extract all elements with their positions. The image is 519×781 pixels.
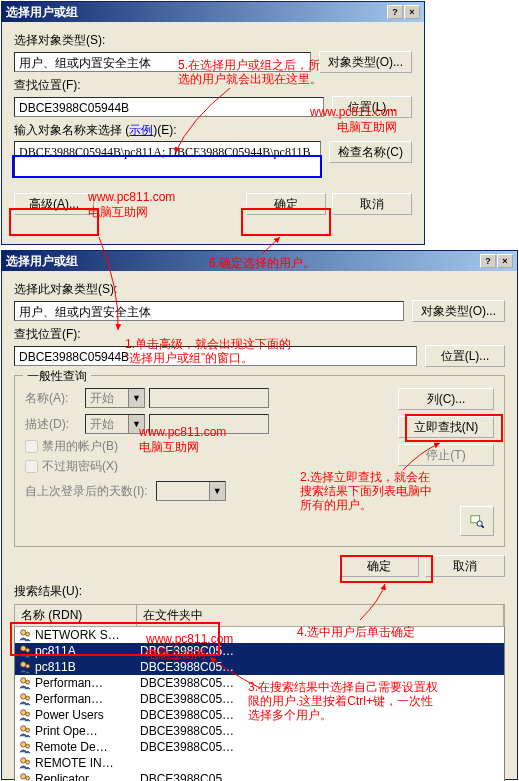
last-logon-label: 自上次登录后的天数(I): (25, 483, 148, 500)
cell-name: Performan… (35, 676, 140, 690)
cell-folder: DBCE3988C05… (140, 724, 234, 738)
svg-point-11 (21, 694, 26, 699)
cell-name: Power Users (35, 708, 140, 722)
location-field-2: DBCE3988C05944B (14, 346, 417, 366)
svg-point-22 (26, 776, 30, 780)
svg-point-20 (26, 760, 30, 764)
object-types-button-2[interactable]: 对象类型(O)... (412, 300, 505, 322)
cell-name: Print Ope… (35, 724, 140, 738)
results-table: 名称 (RDN) 在文件夹中 NETWORK S…pc811ADBCE3988C… (14, 604, 505, 781)
svg-point-15 (21, 726, 26, 731)
table-row[interactable]: ReplicatorDBCE3988C05… (15, 771, 504, 781)
cell-name: Remote De… (35, 740, 140, 754)
svg-point-9 (21, 678, 26, 683)
checkbox-icon (25, 440, 38, 453)
cell-folder: DBCE3988C05… (140, 692, 234, 706)
help-button[interactable]: ? (387, 5, 403, 19)
chevron-down-icon: ▼ (128, 389, 144, 407)
table-row[interactable]: pc811BDBCE3988C05… (15, 659, 504, 675)
desc-input (149, 414, 269, 434)
desc-combo: 开始▼ (85, 414, 145, 434)
help-button-2[interactable]: ? (480, 254, 496, 268)
object-picker-button[interactable] (460, 506, 494, 536)
svg-line-2 (481, 525, 484, 528)
cancel-button-2[interactable]: 取消 (425, 555, 505, 577)
object-picker-icon (470, 514, 484, 528)
table-row[interactable]: Performan…DBCE3988C05… (15, 675, 504, 691)
checkbox-icon (25, 460, 38, 473)
last-logon-combo: ▼ (156, 481, 226, 501)
svg-point-5 (21, 646, 26, 651)
desc-label: 描述(D): (25, 416, 85, 433)
titlebar-1: 选择用户或组 ? × (2, 2, 424, 22)
results-list[interactable]: NETWORK S…pc811ADBCE3988C05…pc811BDBCE39… (14, 627, 505, 781)
principal-icon (17, 628, 33, 642)
location-field: DBCE3988C05944B (14, 97, 324, 117)
name-combo: 开始▼ (85, 388, 145, 408)
dialog-select-users-1: 选择用户或组 ? × 选择对象类型(S): 用户、组或内置安全主体 对象类型(O… (1, 1, 425, 245)
common-queries-group: 一般性查询 名称(A): 开始▼ 描述(D): 开始▼ (14, 375, 505, 547)
find-now-button[interactable]: 立即查找(N) (398, 416, 494, 438)
svg-point-3 (21, 630, 26, 635)
svg-point-17 (21, 742, 26, 747)
table-row[interactable]: NETWORK S… (15, 627, 504, 643)
principal-icon (17, 772, 33, 781)
name-label: 名称(A): (25, 390, 85, 407)
svg-point-16 (26, 728, 30, 732)
svg-point-19 (21, 758, 26, 763)
cell-name: Replicator (35, 772, 140, 781)
object-names-label: 输入对象名称来选择 (示例)(E): (14, 122, 412, 139)
close-button-2[interactable]: × (497, 254, 513, 268)
col-folder[interactable]: 在文件夹中 (137, 605, 504, 626)
object-types-button[interactable]: 对象类型(O)... (319, 51, 412, 73)
cell-folder: DBCE3988C05… (140, 740, 234, 754)
chevron-down-icon: ▼ (209, 482, 225, 500)
col-name[interactable]: 名称 (RDN) (15, 605, 137, 626)
svg-point-13 (21, 710, 26, 715)
principal-icon (17, 756, 33, 770)
location-button-2[interactable]: 位置(L)... (425, 345, 505, 367)
object-type-label-2: 选择此对象类型(S): (14, 281, 505, 298)
cell-folder: DBCE3988C05… (140, 660, 234, 674)
table-row[interactable]: REMOTE IN… (15, 755, 504, 771)
cell-folder: DBCE3988C05… (140, 772, 234, 781)
table-row[interactable]: Power UsersDBCE3988C05… (15, 707, 504, 723)
cell-name: pc811A (35, 644, 140, 658)
ok-button-2[interactable]: 确定 (339, 555, 419, 577)
disabled-accounts-checkbox: 禁用的帐户(B) (25, 438, 398, 455)
svg-point-12 (26, 696, 30, 700)
name-input (149, 388, 269, 408)
cell-name: pc811B (35, 660, 140, 674)
object-type-field-2: 用户、组或内置安全主体 (14, 301, 404, 321)
location-button[interactable]: 位置(L)... (332, 96, 412, 118)
svg-point-18 (26, 744, 30, 748)
table-row[interactable]: Remote De…DBCE3988C05… (15, 739, 504, 755)
principal-icon (17, 660, 33, 674)
close-button[interactable]: × (404, 5, 420, 19)
example-link[interactable]: 示例 (129, 123, 153, 137)
ok-button-1[interactable]: 确定 (246, 193, 326, 215)
principal-icon (17, 724, 33, 738)
svg-point-4 (26, 632, 30, 636)
common-queries-legend: 一般性查询 (23, 368, 91, 385)
svg-point-8 (26, 664, 30, 668)
table-row[interactable]: pc811ADBCE3988C05… (15, 643, 504, 659)
cancel-button-1[interactable]: 取消 (332, 193, 412, 215)
stop-button: 停止(T) (398, 444, 494, 466)
object-type-field: 用户、组或内置安全主体 (14, 52, 311, 72)
check-names-button[interactable]: 检查名称(C) (329, 141, 412, 163)
window-title-2: 选择用户或组 (6, 253, 78, 270)
window-title: 选择用户或组 (6, 4, 78, 21)
cell-name: REMOTE IN… (35, 756, 140, 770)
cell-folder: DBCE3988C05… (140, 676, 234, 690)
dialog-select-users-2: 选择用户或组 ? × 选择此对象类型(S): 用户、组或内置安全主体 对象类型(… (1, 250, 518, 780)
advanced-button[interactable]: 高级(A)... (14, 193, 94, 215)
object-names-input[interactable]: DBCE3988C05944B\pc811A; DBCE3988C05944B\… (14, 141, 321, 177)
table-row[interactable]: Print Ope…DBCE3988C05… (15, 723, 504, 739)
columns-button[interactable]: 列(C)... (398, 388, 494, 410)
principal-icon (17, 740, 33, 754)
table-row[interactable]: Performan…DBCE3988C05… (15, 691, 504, 707)
cell-folder: DBCE3988C05… (140, 644, 234, 658)
results-label: 搜索结果(U): (14, 583, 505, 600)
svg-point-14 (26, 712, 30, 716)
